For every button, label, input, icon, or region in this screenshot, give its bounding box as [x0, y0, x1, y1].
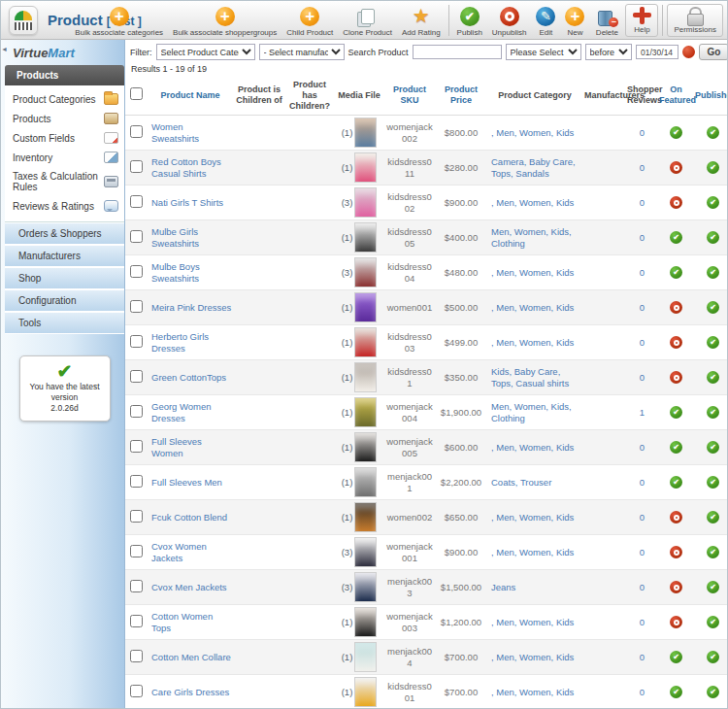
toolbar-button-clone-product[interactable]: Clone Product: [338, 1, 397, 40]
product-category-link[interactable]: , Men, Women, Kids: [491, 302, 574, 313]
product-category-link[interactable]: , Men, Women, Kids: [491, 267, 574, 278]
featured-toggle-icon[interactable]: [670, 266, 682, 279]
product-name-link[interactable]: Women Sweatshirts: [151, 121, 199, 144]
shopper-reviews-link[interactable]: 0: [640, 162, 645, 173]
product-category-link[interactable]: Men, Women, Kids, Clothing: [491, 401, 572, 423]
product-thumbnail[interactable]: [354, 607, 377, 637]
manufacturer-select[interactable]: - Select manufacturer -: [259, 44, 345, 60]
row-checkbox[interactable]: [130, 125, 143, 138]
row-checkbox[interactable]: [130, 685, 143, 697]
select-all-checkbox[interactable]: [130, 87, 143, 100]
column-header-product-price[interactable]: Product Price: [436, 77, 486, 116]
featured-toggle-icon[interactable]: [670, 581, 682, 593]
toolbar-button-permissions[interactable]: Permissions: [667, 4, 723, 37]
product-thumbnail[interactable]: [354, 362, 377, 392]
shopper-reviews-link[interactable]: 0: [640, 302, 645, 313]
product-thumbnail[interactable]: [354, 292, 377, 322]
product-thumbnail[interactable]: [354, 257, 377, 287]
published-toggle-icon[interactable]: [707, 441, 719, 454]
published-toggle-icon[interactable]: [707, 581, 719, 593]
shopper-reviews-link[interactable]: 0: [640, 232, 645, 243]
product-name-link[interactable]: Cvox Women Jackets: [151, 541, 207, 563]
toolbar-button-delete[interactable]: Delete: [589, 1, 624, 40]
shopper-reviews-link[interactable]: 0: [640, 477, 645, 488]
product-thumbnail[interactable]: [354, 572, 377, 602]
product-thumbnail[interactable]: [354, 187, 377, 218]
product-category-link[interactable]: , Men, Women, Kids: [491, 512, 574, 523]
featured-toggle-icon[interactable]: [670, 511, 682, 523]
product-thumbnail[interactable]: [354, 397, 377, 427]
product-category-link[interactable]: , Men, Women, Kids: [491, 687, 574, 697]
toolbar-button-help[interactable]: Help: [625, 4, 658, 37]
published-toggle-icon[interactable]: [707, 126, 719, 139]
product-category-link[interactable]: , Men, Women, Kids: [491, 547, 574, 557]
status-filter-select[interactable]: Please Select: [506, 44, 581, 60]
featured-toggle-icon[interactable]: [670, 651, 682, 663]
shopper-reviews-link[interactable]: 0: [640, 372, 645, 383]
row-checkbox[interactable]: [130, 475, 143, 488]
sidebar-item-custom-fields[interactable]: Custom Fields: [5, 128, 124, 148]
sidebar-item-taxes-calculation-rules[interactable]: Taxes & Calculation Rules: [5, 167, 124, 196]
published-toggle-icon[interactable]: [707, 196, 719, 209]
featured-toggle-icon[interactable]: [670, 161, 682, 174]
published-toggle-icon[interactable]: [707, 336, 719, 349]
published-toggle-icon[interactable]: [707, 371, 719, 384]
date-operator-select[interactable]: before: [585, 44, 632, 60]
shopper-reviews-link[interactable]: 0: [640, 442, 645, 453]
product-thumbnail[interactable]: [354, 118, 377, 148]
sidebar-item-reviews-ratings[interactable]: Reviews & Ratings: [5, 196, 124, 216]
product-category-link[interactable]: , Men, Women, Kids: [491, 127, 574, 138]
featured-toggle-icon[interactable]: [670, 476, 682, 489]
product-category-link[interactable]: , Men, Women, Kids: [491, 442, 574, 453]
search-product-input[interactable]: [413, 45, 502, 59]
shopper-reviews-link[interactable]: 0: [640, 547, 645, 557]
sidebar-section-manufacturers[interactable]: Manufacturers: [5, 245, 124, 267]
product-name-link[interactable]: Cotton Women Tops: [151, 611, 213, 633]
shopper-reviews-link[interactable]: 0: [640, 512, 645, 523]
published-toggle-icon[interactable]: [707, 651, 719, 663]
shopper-reviews-link[interactable]: 0: [640, 582, 645, 592]
product-thumbnail[interactable]: [354, 152, 377, 183]
published-toggle-icon[interactable]: [707, 546, 719, 558]
toolbar-button-add-rating[interactable]: Add Rating: [397, 1, 446, 40]
row-checkbox[interactable]: [130, 440, 143, 453]
featured-toggle-icon[interactable]: [670, 441, 682, 454]
featured-toggle-icon[interactable]: [670, 406, 682, 419]
product-thumbnail[interactable]: [354, 502, 377, 532]
shopper-reviews-link[interactable]: 0: [640, 267, 645, 278]
product-thumbnail[interactable]: [354, 327, 377, 357]
row-checkbox[interactable]: [130, 265, 143, 278]
product-name-link[interactable]: Georg Women Dresses: [151, 401, 212, 423]
featured-toggle-icon[interactable]: [670, 546, 682, 558]
sidebar-section-tools[interactable]: Tools: [5, 312, 124, 334]
featured-toggle-icon[interactable]: [670, 336, 682, 349]
published-toggle-icon[interactable]: [707, 406, 719, 419]
product-name-link[interactable]: Cvox Men Jackets: [151, 582, 227, 592]
published-toggle-icon[interactable]: [707, 231, 719, 244]
shopper-reviews-link[interactable]: 0: [640, 197, 645, 208]
date-input[interactable]: [636, 45, 678, 59]
shopper-reviews-link[interactable]: 1: [640, 407, 645, 418]
column-header-product-name[interactable]: Product Name: [147, 77, 234, 116]
product-category-link[interactable]: Coats, Trouser: [491, 477, 551, 488]
product-category-link[interactable]: Kids, Baby Care, Tops, Casual shirts: [491, 366, 569, 388]
product-name-link[interactable]: Meira Pink Dresses: [151, 302, 231, 313]
product-category-link[interactable]: Jeans: [491, 582, 515, 592]
featured-toggle-icon[interactable]: [670, 196, 682, 209]
row-checkbox[interactable]: [130, 160, 143, 173]
toolbar-button-bulk-associate-shoppergroups[interactable]: Bulk associate shoppergroups: [168, 1, 281, 40]
product-name-link[interactable]: Care Girls Dresses: [151, 687, 229, 697]
shopper-reviews-link[interactable]: 0: [640, 337, 645, 348]
row-checkbox[interactable]: [130, 195, 143, 208]
product-thumbnail[interactable]: [354, 677, 377, 707]
calendar-icon[interactable]: [682, 46, 695, 58]
product-category-link[interactable]: , Men, Women, Kids: [491, 617, 574, 627]
row-checkbox[interactable]: [130, 335, 143, 348]
go-button[interactable]: Go: [699, 44, 727, 60]
product-name-link[interactable]: Full Sleeves Women: [151, 436, 202, 458]
product-name-link[interactable]: Cotton Men Collare: [151, 652, 231, 662]
toolbar-button-child-product[interactable]: Child Product: [281, 1, 338, 40]
product-name-link[interactable]: Full Sleeves Men: [151, 477, 222, 488]
row-checkbox[interactable]: [130, 510, 143, 523]
row-checkbox[interactable]: [130, 230, 143, 243]
